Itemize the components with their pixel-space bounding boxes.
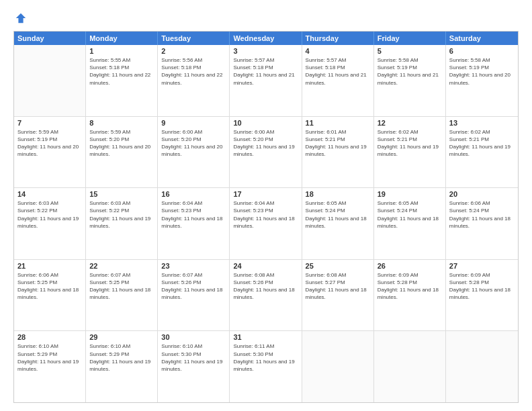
day-number: 14 xyxy=(17,190,82,198)
day-info: Sunrise: 6:06 AM Sunset: 5:24 PM Dayligh… xyxy=(449,199,515,230)
day-number: 25 xyxy=(306,262,370,270)
day-info: Sunrise: 6:09 AM Sunset: 5:28 PM Dayligh… xyxy=(449,271,515,302)
calendar-cell xyxy=(302,331,374,402)
calendar-cell: 15Sunrise: 6:03 AM Sunset: 5:22 PM Dayli… xyxy=(86,188,158,259)
calendar-cell: 17Sunrise: 6:04 AM Sunset: 5:23 PM Dayli… xyxy=(230,188,302,259)
calendar-cell: 31Sunrise: 6:11 AM Sunset: 5:30 PM Dayli… xyxy=(230,331,302,402)
calendar-cell: 5Sunrise: 5:58 AM Sunset: 5:19 PM Daylig… xyxy=(374,45,446,116)
day-info: Sunrise: 6:00 AM Sunset: 5:20 PM Dayligh… xyxy=(161,128,226,158)
calendar-cell: 8Sunrise: 5:59 AM Sunset: 5:20 PM Daylig… xyxy=(86,117,158,188)
header-day-tuesday: Tuesday xyxy=(158,32,230,45)
day-info: Sunrise: 6:07 AM Sunset: 5:25 PM Dayligh… xyxy=(89,271,154,302)
calendar-cell: 11Sunrise: 6:01 AM Sunset: 5:21 PM Dayli… xyxy=(302,117,374,188)
day-number: 21 xyxy=(17,262,82,270)
logo-icon xyxy=(15,12,27,24)
day-info: Sunrise: 6:11 AM Sunset: 5:30 PM Dayligh… xyxy=(233,342,298,373)
day-info: Sunrise: 6:08 AM Sunset: 5:27 PM Dayligh… xyxy=(306,271,370,302)
day-number: 30 xyxy=(161,333,226,341)
day-number: 10 xyxy=(233,119,298,127)
calendar-cell: 28Sunrise: 6:10 AM Sunset: 5:29 PM Dayli… xyxy=(14,331,86,402)
calendar-cell: 29Sunrise: 6:10 AM Sunset: 5:29 PM Dayli… xyxy=(86,331,158,402)
calendar-body: 1Sunrise: 5:55 AM Sunset: 5:18 PM Daylig… xyxy=(14,45,518,402)
day-info: Sunrise: 5:55 AM Sunset: 5:18 PM Dayligh… xyxy=(89,56,154,87)
day-info: Sunrise: 5:59 AM Sunset: 5:20 PM Dayligh… xyxy=(89,128,154,158)
day-info: Sunrise: 6:04 AM Sunset: 5:23 PM Dayligh… xyxy=(233,199,298,230)
header-day-thursday: Thursday xyxy=(302,32,374,45)
header-day-sunday: Sunday xyxy=(14,32,86,45)
calendar-cell: 24Sunrise: 6:08 AM Sunset: 5:26 PM Dayli… xyxy=(230,260,302,331)
calendar-cell: 6Sunrise: 5:58 AM Sunset: 5:19 PM Daylig… xyxy=(446,45,518,116)
calendar-cell: 21Sunrise: 6:06 AM Sunset: 5:25 PM Dayli… xyxy=(14,260,86,331)
day-info: Sunrise: 6:10 AM Sunset: 5:29 PM Dayligh… xyxy=(89,342,154,373)
day-info: Sunrise: 5:56 AM Sunset: 5:18 PM Dayligh… xyxy=(161,56,226,87)
day-number: 9 xyxy=(161,119,226,127)
header-day-wednesday: Wednesday xyxy=(230,32,302,45)
day-number: 15 xyxy=(89,190,154,198)
calendar-cell: 16Sunrise: 6:04 AM Sunset: 5:23 PM Dayli… xyxy=(158,188,230,259)
day-info: Sunrise: 5:58 AM Sunset: 5:19 PM Dayligh… xyxy=(449,56,515,87)
calendar-cell: 4Sunrise: 5:57 AM Sunset: 5:18 PM Daylig… xyxy=(302,45,374,116)
calendar-cell: 26Sunrise: 6:09 AM Sunset: 5:28 PM Dayli… xyxy=(374,260,446,331)
day-number: 1 xyxy=(89,47,154,55)
calendar-row-2: 7Sunrise: 5:59 AM Sunset: 5:19 PM Daylig… xyxy=(14,117,518,189)
day-info: Sunrise: 6:09 AM Sunset: 5:28 PM Dayligh… xyxy=(378,271,442,302)
day-info: Sunrise: 6:02 AM Sunset: 5:21 PM Dayligh… xyxy=(449,128,515,158)
day-info: Sunrise: 5:59 AM Sunset: 5:19 PM Dayligh… xyxy=(17,128,82,158)
day-number: 29 xyxy=(89,333,154,341)
day-info: Sunrise: 6:02 AM Sunset: 5:21 PM Dayligh… xyxy=(378,128,442,158)
calendar-cell: 23Sunrise: 6:07 AM Sunset: 5:26 PM Dayli… xyxy=(158,260,230,331)
calendar: SundayMondayTuesdayWednesdayThursdayFrid… xyxy=(13,31,519,403)
page: SundayMondayTuesdayWednesdayThursdayFrid… xyxy=(0,0,532,411)
day-info: Sunrise: 6:03 AM Sunset: 5:22 PM Dayligh… xyxy=(17,199,82,230)
calendar-cell: 18Sunrise: 6:05 AM Sunset: 5:24 PM Dayli… xyxy=(302,188,374,259)
calendar-row-5: 28Sunrise: 6:10 AM Sunset: 5:29 PM Dayli… xyxy=(14,331,518,402)
header xyxy=(13,12,519,24)
day-number: 12 xyxy=(378,119,442,127)
day-number: 19 xyxy=(378,190,442,198)
day-number: 16 xyxy=(161,190,226,198)
calendar-cell: 14Sunrise: 6:03 AM Sunset: 5:22 PM Dayli… xyxy=(14,188,86,259)
calendar-cell xyxy=(14,45,86,116)
calendar-cell: 2Sunrise: 5:56 AM Sunset: 5:18 PM Daylig… xyxy=(158,45,230,116)
day-number: 8 xyxy=(89,119,154,127)
calendar-cell xyxy=(374,331,446,402)
day-number: 5 xyxy=(378,47,442,55)
calendar-row-1: 1Sunrise: 5:55 AM Sunset: 5:18 PM Daylig… xyxy=(14,45,518,117)
day-number: 6 xyxy=(449,47,515,55)
calendar-row-3: 14Sunrise: 6:03 AM Sunset: 5:22 PM Dayli… xyxy=(14,188,518,260)
calendar-cell: 25Sunrise: 6:08 AM Sunset: 5:27 PM Dayli… xyxy=(302,260,374,331)
day-info: Sunrise: 6:10 AM Sunset: 5:30 PM Dayligh… xyxy=(161,342,226,373)
calendar-cell: 3Sunrise: 5:57 AM Sunset: 5:18 PM Daylig… xyxy=(230,45,302,116)
calendar-cell: 19Sunrise: 6:05 AM Sunset: 5:24 PM Dayli… xyxy=(374,188,446,259)
header-day-friday: Friday xyxy=(374,32,446,45)
day-number: 3 xyxy=(233,47,298,55)
day-info: Sunrise: 6:00 AM Sunset: 5:20 PM Dayligh… xyxy=(233,128,298,158)
day-info: Sunrise: 5:58 AM Sunset: 5:19 PM Dayligh… xyxy=(378,56,442,87)
day-number: 17 xyxy=(233,190,298,198)
calendar-row-4: 21Sunrise: 6:06 AM Sunset: 5:25 PM Dayli… xyxy=(14,260,518,332)
day-info: Sunrise: 6:08 AM Sunset: 5:26 PM Dayligh… xyxy=(233,271,298,302)
day-number: 11 xyxy=(306,119,370,127)
calendar-cell: 1Sunrise: 5:55 AM Sunset: 5:18 PM Daylig… xyxy=(86,45,158,116)
calendar-cell: 27Sunrise: 6:09 AM Sunset: 5:28 PM Dayli… xyxy=(446,260,518,331)
day-info: Sunrise: 6:04 AM Sunset: 5:23 PM Dayligh… xyxy=(161,199,226,230)
day-info: Sunrise: 6:05 AM Sunset: 5:24 PM Dayligh… xyxy=(306,199,370,230)
day-number: 13 xyxy=(449,119,515,127)
calendar-cell: 7Sunrise: 5:59 AM Sunset: 5:19 PM Daylig… xyxy=(14,117,86,188)
calendar-cell: 12Sunrise: 6:02 AM Sunset: 5:21 PM Dayli… xyxy=(374,117,446,188)
day-info: Sunrise: 6:10 AM Sunset: 5:29 PM Dayligh… xyxy=(17,342,82,373)
day-info: Sunrise: 5:57 AM Sunset: 5:18 PM Dayligh… xyxy=(306,56,370,87)
day-number: 24 xyxy=(233,262,298,270)
day-number: 31 xyxy=(233,333,298,341)
calendar-cell: 20Sunrise: 6:06 AM Sunset: 5:24 PM Dayli… xyxy=(446,188,518,259)
calendar-cell: 22Sunrise: 6:07 AM Sunset: 5:25 PM Dayli… xyxy=(86,260,158,331)
day-number: 7 xyxy=(17,119,82,127)
calendar-header: SundayMondayTuesdayWednesdayThursdayFrid… xyxy=(14,32,518,45)
svg-marker-0 xyxy=(16,13,26,23)
calendar-cell: 30Sunrise: 6:10 AM Sunset: 5:30 PM Dayli… xyxy=(158,331,230,402)
day-info: Sunrise: 5:57 AM Sunset: 5:18 PM Dayligh… xyxy=(233,56,298,87)
header-day-saturday: Saturday xyxy=(446,32,518,45)
logo xyxy=(13,12,27,24)
header-day-monday: Monday xyxy=(86,32,158,45)
day-number: 20 xyxy=(449,190,515,198)
